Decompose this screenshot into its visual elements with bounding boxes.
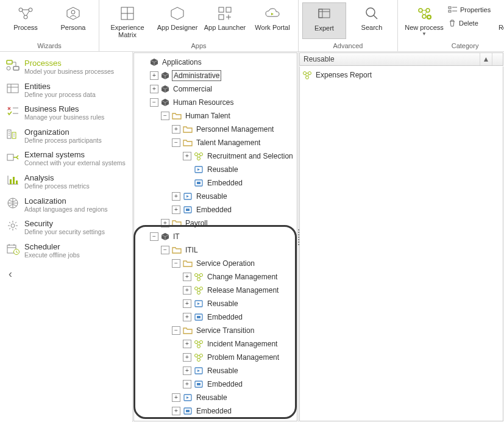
tree-toggle[interactable]: +: [183, 353, 191, 362]
sidebar-item-localization[interactable]: LocalizationAdapt languages and regions: [0, 193, 132, 216]
tree-node-label: Incident Management: [206, 339, 279, 349]
new-process-button[interactable]: New process ▼: [402, 2, 447, 39]
tree-node[interactable]: +Reusable: [135, 297, 296, 310]
tree-node[interactable]: +Embedded: [135, 377, 296, 391]
persona-button[interactable]: Persona: [51, 2, 95, 39]
search-button[interactable]: Search: [350, 2, 394, 39]
process-button[interactable]: Process: [4, 2, 48, 39]
tree-toggle[interactable]: +: [172, 393, 180, 402]
tree[interactable]: Applications+Administrative+Commercial−H…: [133, 52, 297, 421]
emb-icon: [194, 179, 204, 187]
tree-toggle[interactable]: +: [150, 85, 158, 93]
tree-node[interactable]: +Embedded: [135, 404, 296, 418]
sidebar-item-subtitle: Connect with your external systems: [24, 159, 126, 167]
ribbon-group-advanced: Expert Search Advanced: [299, 0, 398, 51]
tree-node[interactable]: Embedded: [135, 176, 296, 190]
tree-toggle[interactable]: −: [172, 259, 180, 268]
list-item-expenses-report[interactable]: Expenses Report: [302, 69, 500, 81]
svg-rect-57: [197, 383, 201, 385]
tree-node[interactable]: −ITIL: [135, 243, 296, 257]
proc-icon: [194, 152, 204, 160]
tree-node[interactable]: −Human Resources: [135, 96, 296, 109]
tree-toggle[interactable]: +: [183, 273, 191, 281]
tree-node[interactable]: +Recruitment and Selection: [135, 149, 296, 163]
tree-node[interactable]: −Service Operation: [135, 257, 296, 270]
work-portal-button[interactable]: Work Portal: [250, 2, 294, 39]
experience-matrix-button[interactable]: Experience Matrix: [103, 2, 152, 39]
tree-toggle[interactable]: +: [172, 125, 180, 134]
tree-toggle[interactable]: +: [172, 192, 180, 201]
sidebar-item-entities[interactable]: EntitiesDefine your process data: [0, 79, 132, 102]
tree-toggle[interactable]: −: [172, 138, 180, 147]
sidebar-collapse-button[interactable]: ‹: [0, 262, 132, 287]
expert-button[interactable]: Expert: [302, 2, 346, 39]
tree-toggle[interactable]: +: [172, 407, 180, 415]
tree-node[interactable]: −Human Talent: [135, 109, 296, 123]
tree-node[interactable]: +Reusable: [135, 364, 296, 377]
sidebar-item-processes[interactable]: ProcessesModel your business processes: [0, 55, 132, 79]
tree-toggle[interactable]: +: [183, 313, 191, 321]
tree-node[interactable]: +Embedded: [135, 203, 296, 216]
tree-toggle[interactable]: +: [172, 206, 180, 214]
dropdown-arrow-icon[interactable]: ▼: [422, 31, 427, 37]
tree-node[interactable]: +Incident Management: [135, 337, 296, 351]
tree-toggle[interactable]: −: [161, 112, 169, 120]
tree-node[interactable]: +Payroll: [135, 216, 296, 230]
globe-icon: [6, 196, 20, 210]
sidebar-item-external-systems[interactable]: External systemsConnect with your extern…: [0, 147, 132, 170]
splitter-handle[interactable]: [296, 219, 300, 256]
tree-toggle[interactable]: +: [183, 367, 191, 375]
list-header[interactable]: Reusable ▲: [299, 52, 503, 66]
sidebar-item-security[interactable]: SecurityDefine your security settings: [0, 216, 132, 239]
sort-asc-icon[interactable]: ▲: [480, 53, 492, 65]
svg-rect-17: [7, 60, 12, 64]
tree-node[interactable]: −Talent Management: [135, 136, 296, 149]
tree-toggle[interactable]: −: [150, 98, 158, 107]
tree-toggle[interactable]: +: [183, 340, 191, 348]
tree-node[interactable]: +Administrative: [135, 69, 296, 82]
tree-toggle[interactable]: −: [172, 326, 180, 335]
tree-toggle[interactable]: +: [161, 219, 169, 227]
tree-toggle[interactable]: +: [183, 299, 191, 308]
tree-toggle[interactable]: +: [183, 286, 191, 295]
cloud-icon: [264, 5, 281, 22]
tree-toggle[interactable]: +: [150, 71, 158, 80]
tree-node-label: Reusable: [206, 165, 240, 174]
tree-node-label: Problem Management: [206, 352, 280, 362]
tree-node[interactable]: −IT: [135, 230, 296, 243]
tree-node[interactable]: +Embedded: [135, 310, 296, 324]
tree-toggle[interactable]: −: [150, 232, 158, 241]
ribbon-group-category: New process ▼ Properties Delete Refresh …: [398, 0, 504, 51]
tree-node-label: Reusable: [195, 393, 229, 402]
tree-node[interactable]: +Change Management: [135, 270, 296, 284]
tree-toggle[interactable]: +: [183, 152, 191, 160]
tree-node[interactable]: +Release Management: [135, 284, 296, 297]
tree-node[interactable]: +Reusable: [135, 391, 296, 404]
sidebar-item-analysis[interactable]: AnalysisDefine process metrics: [0, 170, 132, 193]
delete-button[interactable]: Delete: [448, 17, 491, 29]
tree-node[interactable]: +Personnel Management: [135, 123, 296, 136]
tree-node[interactable]: −Service Transition: [135, 324, 296, 337]
refresh-button[interactable]: Refresh: [492, 2, 504, 39]
sidebar-item-scheduler[interactable]: SchedulerExecute offline jobs: [0, 239, 132, 262]
search-icon: [363, 5, 380, 22]
tree-node-label: Human Resources: [172, 98, 235, 107]
sidebar-item-organization[interactable]: OrganizationDefine process participants: [0, 124, 132, 148]
app-launcher-button[interactable]: App Launcher: [203, 2, 247, 39]
tree-node-label: Human Talent: [184, 111, 232, 121]
tree-toggle[interactable]: −: [161, 246, 169, 254]
folder-icon: [172, 246, 182, 254]
tree-node[interactable]: +Reusable: [135, 190, 296, 203]
sidebar-item-title: Processes: [24, 59, 114, 68]
app-designer-button[interactable]: App Designer: [155, 2, 199, 39]
tree-node[interactable]: Applications: [135, 55, 296, 69]
sidebar-item-title: Security: [24, 219, 105, 228]
tree-node[interactable]: +Problem Management: [135, 351, 296, 364]
sidebar-item-business-rules[interactable]: Business RulesManage your business rules: [0, 101, 132, 124]
properties-button[interactable]: Properties: [448, 4, 491, 16]
tree-node[interactable]: Reusable: [135, 163, 296, 176]
cube-icon: [161, 71, 169, 80]
emb-icon: [194, 313, 204, 321]
tree-toggle[interactable]: +: [183, 380, 191, 388]
tree-node[interactable]: +Commercial: [135, 82, 296, 96]
